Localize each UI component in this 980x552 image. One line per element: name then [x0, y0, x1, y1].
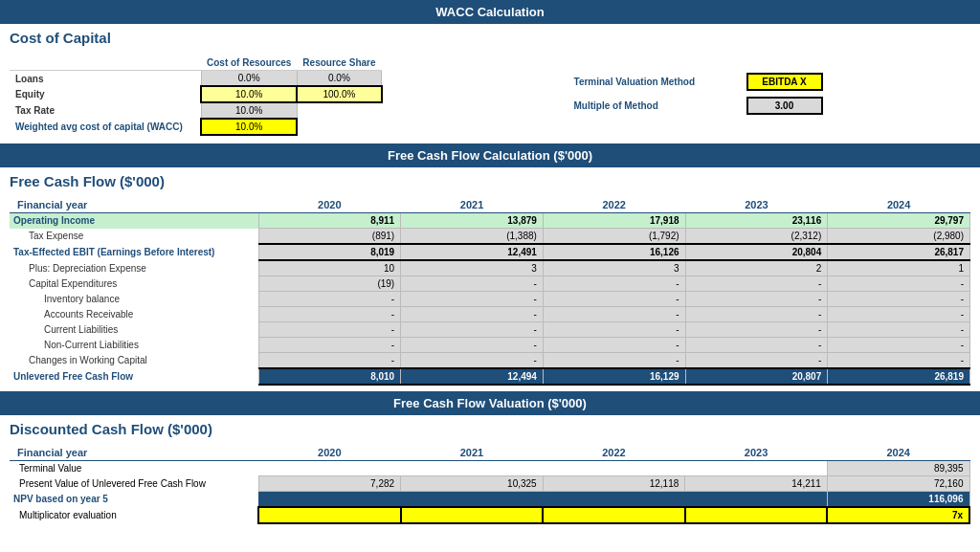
fcf-val-10-2: -	[543, 353, 685, 369]
terminal-valuation-label: Terminal Valuation Method	[574, 77, 737, 87]
fcf-col-label: Financial year	[10, 197, 258, 213]
dcf-val-2-4: 72,160	[827, 476, 969, 492]
fcf-label-4: Plus: Depreciation Expense	[10, 260, 258, 276]
fcf-val-3-0: 8,019	[258, 244, 401, 260]
wacc-row-label-1: Equity	[10, 86, 201, 102]
dcf-table: Financial year 2020 2021 2022 2023 2024 …	[10, 445, 970, 524]
fcf-section-header: Free Cash Flow Calculation ($'000)	[0, 144, 980, 167]
wacc-cost-1[interactable]: 10.0%	[201, 86, 297, 102]
fcf-val-3-1: 12,491	[401, 244, 544, 260]
wacc-share-2	[297, 102, 381, 119]
fcf-val-2-4: (2,980)	[828, 229, 970, 245]
wacc-row-3: Weighted avg cost of capital (WACC)10.0%	[10, 119, 382, 135]
dcf-col-label: Financial year	[10, 445, 258, 461]
wacc-share-1[interactable]: 100.0%	[297, 86, 381, 102]
col-cost-header: Cost of Resources	[201, 55, 297, 71]
dcf-val-2-1: 10,325	[401, 476, 544, 492]
dcf-row-3: NPV based on year 5116,096	[10, 492, 969, 508]
fcf-val-2-0: (891)	[258, 229, 401, 245]
fcf-val-4-1: 3	[401, 260, 544, 276]
fcf-val-11-2: 16,129	[543, 368, 685, 385]
dcf-row-4: Multiplicator evaluation7x	[10, 507, 969, 523]
dcf-label-4: Multiplicator evaluation	[10, 507, 258, 523]
wacc-section: Cost of Resources Resource Share Loans0.…	[0, 50, 980, 144]
wacc-row-2: Tax Rate10.0%	[10, 102, 382, 119]
fcf-val-9-0: -	[258, 338, 401, 353]
fcf-val-3-2: 16,126	[543, 244, 685, 260]
fcf-val-11-4: 26,819	[828, 368, 970, 385]
fcf-val-10-1: -	[401, 353, 544, 369]
wacc-row-label-0: Loans	[10, 71, 201, 87]
dcf-val-4-1	[401, 507, 544, 523]
fcf-row-5: Capital Expenditures(19)----	[10, 276, 970, 292]
fcf-val-4-4: 1	[828, 260, 970, 276]
fcf-val-9-1: -	[401, 338, 544, 353]
wacc-section-header: WACC Calculation	[0, 0, 980, 24]
fcf-val-5-3: -	[685, 276, 828, 292]
fcf-val-6-1: -	[401, 292, 544, 307]
fcf-val-4-2: 3	[543, 260, 685, 276]
fcf-header-row: Financial year 2020 2021 2022 2023 2024	[10, 197, 970, 213]
fcf-label-6: Inventory balance	[10, 292, 258, 307]
dcf-year-2023: 2023	[685, 445, 828, 461]
wacc-share-3	[297, 119, 381, 135]
dcf-section-header: Free Cash Flow Valuation ($'000)	[0, 391, 980, 415]
fcf-val-1-4: 29,797	[828, 213, 970, 229]
terminal-valuation-value: EBITDA X	[746, 73, 823, 91]
fcf-row-4: Plus: Depreciation Expense103321	[10, 260, 970, 276]
fcf-row-10: Changes in Working Capital-----	[10, 353, 970, 369]
fcf-label-7: Accounts Receivable	[10, 307, 258, 322]
dcf-val-1-0	[258, 461, 401, 476]
fcf-val-1-2: 17,918	[543, 213, 685, 229]
dcf-val-1-2	[543, 461, 685, 476]
fcf-val-1-0: 8,911	[258, 213, 401, 229]
fcf-row-11: Unlevered Free Cash Flow8,01012,49416,12…	[10, 368, 970, 385]
dcf-header-row: Financial year 2020 2021 2022 2023 2024	[10, 445, 969, 461]
fcf-val-11-1: 12,494	[401, 368, 544, 385]
fcf-year-2022: 2022	[543, 197, 685, 213]
fcf-val-6-0: -	[258, 292, 401, 307]
fcf-row-3: Tax-Effected EBIT (Earnings Before Inter…	[10, 244, 970, 260]
dcf-val-4-3	[685, 507, 828, 523]
fcf-val-2-1: (1,388)	[401, 229, 544, 245]
multiple-method-value: 3.00	[746, 97, 823, 115]
fcf-val-7-2: -	[543, 307, 685, 322]
fcf-val-11-0: 8,010	[258, 368, 401, 385]
fcf-val-5-2: -	[543, 276, 685, 292]
fcf-label-11: Unlevered Free Cash Flow	[10, 368, 258, 385]
fcf-label-1: Operating Income	[10, 213, 258, 229]
wacc-row-label-3: Weighted avg cost of capital (WACC)	[10, 119, 201, 135]
fcf-val-8-2: -	[543, 322, 685, 338]
wacc-row-label-2: Tax Rate	[10, 102, 201, 119]
fcf-val-5-0: (19)	[258, 276, 401, 292]
fcf-val-9-4: -	[828, 338, 970, 353]
dcf-val-2-3: 14,211	[685, 476, 828, 492]
fcf-row-7: Accounts Receivable-----	[10, 307, 970, 322]
fcf-section: Financial year 2020 2021 2022 2023 2024 …	[0, 193, 980, 391]
wacc-row-1: Equity10.0%100.0%	[10, 86, 382, 102]
dcf-year-2022: 2022	[543, 445, 685, 461]
fcf-val-3-4: 26,817	[828, 244, 970, 260]
fcf-val-10-4: -	[828, 353, 970, 369]
wacc-row-0: Loans0.0%0.0%	[10, 71, 382, 87]
fcf-val-7-4: -	[828, 307, 970, 322]
fcf-val-9-2: -	[543, 338, 685, 353]
fcf-val-8-1: -	[401, 322, 544, 338]
fcf-year-2024: 2024	[828, 197, 970, 213]
fcf-row-2: Tax Expense(891)(1,388)(1,792)(2,312)(2,…	[10, 229, 970, 245]
fcf-val-4-0: 10	[258, 260, 401, 276]
cost-of-capital-title: Cost of Capital	[0, 24, 980, 50]
dcf-val-2-2: 12,118	[543, 476, 685, 492]
dcf-year-2020: 2020	[258, 445, 401, 461]
fcf-val-8-0: -	[258, 322, 401, 338]
fcf-val-7-0: -	[258, 307, 401, 322]
fcf-val-10-3: -	[685, 353, 828, 369]
fcf-row-6: Inventory balance-----	[10, 292, 970, 307]
dcf-val-3-1	[401, 492, 544, 508]
fcf-val-5-4: -	[828, 276, 970, 292]
wacc-cost-3[interactable]: 10.0%	[201, 119, 297, 135]
dcf-val-1-3	[685, 461, 828, 476]
fcf-val-4-3: 2	[685, 260, 828, 276]
col-share-header: Resource Share	[297, 55, 381, 71]
fcf-year-2020: 2020	[258, 197, 401, 213]
